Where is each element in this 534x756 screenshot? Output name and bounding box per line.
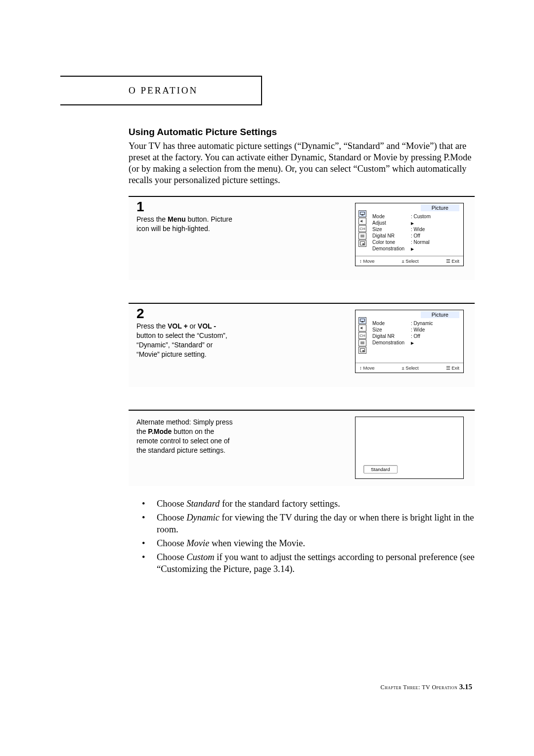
- bullet-3-post: when viewing the Movie.: [209, 538, 305, 548]
- picture-icon: [358, 317, 366, 324]
- svg-rect-0: [360, 212, 365, 215]
- channel-icon: CH: [358, 332, 366, 339]
- osd-2-key-1: Size: [372, 327, 411, 333]
- osd-1-key-0: Mode: [372, 213, 411, 220]
- step-2-bold-2: VOL -: [198, 322, 216, 330]
- osd-2-key-0: Mode: [372, 320, 411, 327]
- bullet-4-italic: Custom: [186, 552, 215, 562]
- osd-2-val-0: : Dynamic: [411, 320, 441, 327]
- channel-icon: CH: [358, 225, 366, 232]
- osd-1-val-3: : Off: [411, 233, 441, 239]
- osd-pmode-screen: Standard: [355, 417, 464, 479]
- svg-rect-1: [361, 215, 363, 216]
- manual-page: O PERATION Using Automatic Picture Setti…: [0, 0, 534, 756]
- bullet-marker: •: [142, 537, 157, 549]
- list-item: • Choose Dynamic for viewing the TV duri…: [142, 512, 478, 535]
- osd-1-val-4: : Normal: [411, 239, 441, 245]
- osd-2-move: ↕ Move: [359, 365, 375, 371]
- footer-chapter: Chapter Three: TV Operation: [380, 684, 459, 691]
- osd-1-key-4: Color tone: [372, 239, 411, 245]
- step-alt-block: Alternate method: Simply press the P.Mod…: [129, 410, 475, 486]
- osd-1-list: Mode: Custom Adjust Size: Wide Digital N…: [372, 213, 441, 252]
- osd-picture-menu-1: Picture CH Mode: Custom Adjust Size: Wid…: [355, 203, 464, 266]
- step-alt-bold: P.Mode: [148, 427, 172, 435]
- svg-rect-8: [360, 319, 365, 322]
- svg-rect-7: [362, 243, 364, 245]
- step-1-number: 1: [136, 199, 144, 215]
- osd-2-list: Mode: Dynamic Size: Wide Digital NR: Off…: [372, 320, 441, 346]
- page-footer: Chapter Three: TV Operation 3.15: [380, 683, 472, 691]
- step-2-block: 2 Press the VOL + or VOL - button to sel…: [129, 303, 475, 387]
- osd-pmode-label: Standard: [363, 465, 398, 473]
- osd-2-title: Picture: [421, 311, 459, 318]
- osd-2-val-2: : Off: [411, 333, 441, 339]
- svg-rect-9: [361, 322, 363, 323]
- sound-icon: [358, 325, 366, 331]
- setup-icon: [358, 233, 366, 239]
- bullet-marker: •: [142, 498, 157, 510]
- osd-1-title: Picture: [421, 204, 459, 211]
- osd-1-key-2: Size: [372, 226, 411, 233]
- bullet-2-italic: Dynamic: [186, 513, 220, 522]
- step-2-text: Press the VOL + or VOL - button to selec…: [136, 322, 235, 359]
- intro-paragraph: Your TV has three automatic picture sett…: [129, 141, 475, 187]
- osd-1-category-icons: CH: [358, 210, 366, 247]
- list-item: • Choose Custom if you want to adjust th…: [142, 551, 478, 575]
- list-item: • Choose Movie when viewing the Movie.: [142, 537, 478, 549]
- list-item: • Choose Standard for the standard facto…: [142, 498, 478, 510]
- step-2-bold-1: VOL +: [168, 322, 188, 330]
- osd-1-val-1-arrow: [411, 220, 441, 226]
- step-1-text: Press the Menu button. Picture icon will…: [136, 215, 235, 234]
- osd-2-key-3: Demonstration: [372, 339, 411, 346]
- picture-icon: [358, 210, 366, 217]
- sound-icon: [358, 218, 366, 225]
- osd-1-exit: ☰ Exit: [446, 258, 459, 264]
- step-1-pre: Press the: [136, 215, 168, 223]
- operation-tab-label: O PERATION: [129, 85, 198, 96]
- svg-rect-15: [362, 350, 364, 352]
- osd-2-key-2: Digital NR: [372, 333, 411, 339]
- osd-1-select: ± Select: [401, 258, 418, 264]
- pip-icon: [358, 347, 366, 354]
- osd-1-val-2: : Wide: [411, 226, 441, 233]
- bullet-4-pre: Choose: [157, 552, 186, 562]
- bullet-3-italic: Movie: [186, 538, 209, 548]
- osd-picture-menu-2: Picture CH Mode: Dynamic Size: Wide Digi…: [355, 310, 464, 373]
- step-2-post: button to select the “Custom”, “Dynamic”…: [136, 331, 227, 358]
- setup-icon: [358, 339, 366, 346]
- osd-2-select: ± Select: [401, 365, 418, 371]
- pip-icon: [358, 240, 366, 247]
- osd-1-key-3: Digital NR: [372, 233, 411, 239]
- bullet-1-pre: Choose: [157, 499, 186, 509]
- osd-2-exit: ☰ Exit: [446, 365, 459, 371]
- svg-marker-10: [360, 327, 362, 330]
- step-2-number: 2: [136, 306, 144, 322]
- osd-2-category-icons: CH: [358, 317, 366, 354]
- step-2-mid: or: [188, 322, 198, 330]
- osd-2-val-3-arrow: [411, 339, 441, 346]
- osd-1-key-1: Adjust: [372, 220, 411, 226]
- bullet-3-pre: Choose: [157, 538, 186, 548]
- step-alt-text: Alternate method: Simply press the P.Mod…: [136, 418, 235, 455]
- bullet-marker: •: [142, 512, 157, 535]
- osd-1-key-5: Demonstration: [372, 245, 411, 252]
- svg-marker-2: [360, 220, 362, 223]
- osd-2-hints: ↕ Move ± Select ☰ Exit: [356, 363, 463, 372]
- osd-1-move: ↕ Move: [359, 258, 375, 264]
- section-title: Using Automatic Picture Settings: [129, 127, 277, 138]
- bullet-marker: •: [142, 551, 157, 575]
- step-1-bold: Menu: [168, 215, 186, 223]
- bullet-list: • Choose Standard for the standard facto…: [142, 498, 478, 577]
- step-1-block: 1 Press the Menu button. Picture icon wi…: [129, 196, 475, 280]
- bullet-2-pre: Choose: [157, 513, 186, 522]
- footer-page-number: 3.15: [459, 683, 472, 691]
- step-2-pre: Press the: [136, 322, 168, 330]
- osd-1-val-5-arrow: [411, 245, 441, 252]
- osd-1-hints: ↕ Move ± Select ☰ Exit: [356, 256, 463, 265]
- osd-2-val-1: : Wide: [411, 327, 441, 333]
- bullet-1-italic: Standard: [186, 499, 220, 509]
- bullet-1-post: for the standard factory settings.: [220, 499, 340, 509]
- osd-1-val-0: : Custom: [411, 213, 441, 220]
